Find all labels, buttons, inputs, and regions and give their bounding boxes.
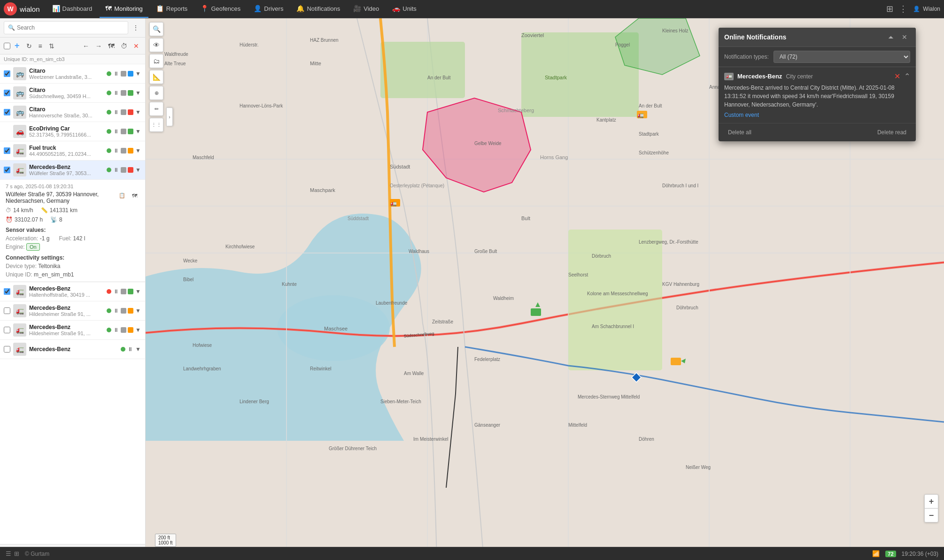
unit-item-selected[interactable]: 🚛 Mercedes-Benz Wülfeler Straße 97, 3053… xyxy=(0,161,145,180)
notification-type-select[interactable]: All (72) xyxy=(774,51,910,63)
custom-event-link[interactable]: Custom event xyxy=(724,112,759,118)
text-button[interactable]: ≡ xyxy=(36,41,45,51)
notifications-icon: 🔔 xyxy=(296,5,304,12)
more-button[interactable]: ▼ xyxy=(135,345,141,353)
pause-button[interactable]: ⏸ xyxy=(113,307,119,315)
unit-checkbox[interactable] xyxy=(4,109,10,115)
svg-text:Laubenfreunde: Laubenfreunde xyxy=(376,300,408,306)
unit-item[interactable]: 🚛 Mercedes-Benz ⏸ ▼ xyxy=(0,340,145,359)
unit-checkbox[interactable] xyxy=(4,288,10,295)
location-tool-button[interactable]: ⊕ xyxy=(149,86,163,100)
grid-icon[interactable]: ⊞ xyxy=(14,550,19,557)
clock-button[interactable]: ⏱ xyxy=(118,41,130,51)
nav-notifications[interactable]: 🔔 Notifications xyxy=(291,0,346,18)
unit-item[interactable]: 🚌 Citaro Weetzener Landstraße, 3... ⏸ ▼ xyxy=(0,64,145,84)
nav-geofences[interactable]: 📍 Geofences xyxy=(195,0,246,18)
unit-item[interactable]: 🚛 Fuel truck 44.4905052185, 21.0234... ⏸… xyxy=(0,141,145,161)
nav-units[interactable]: 🚗 Units xyxy=(387,0,422,18)
more-button[interactable]: ▼ xyxy=(135,70,141,77)
nav-drivers[interactable]: 👤 Drivers xyxy=(248,0,289,18)
sort-button[interactable]: ⇅ xyxy=(46,41,57,51)
zoom-out-button[interactable]: − xyxy=(924,508,938,522)
search-box[interactable]: 🔍 xyxy=(4,21,128,34)
nav-dashboard[interactable]: 📊 Dashboard xyxy=(46,0,98,18)
add-unit-button[interactable]: + xyxy=(12,39,22,52)
dots-tool-button[interactable]: ⋮⋮ xyxy=(149,118,163,132)
notification-expand-button[interactable]: ⌃ xyxy=(904,72,910,81)
search-tool-button[interactable]: 🔍 xyxy=(149,22,163,36)
more-button[interactable]: ▼ xyxy=(135,307,141,315)
svg-text:Maschfeld: Maschfeld xyxy=(193,155,214,160)
delete-read-button[interactable]: Delete read xyxy=(874,127,910,138)
unit-info: Citaro Hannoversche Straße, 30... xyxy=(29,106,104,118)
refresh-button[interactable]: ↻ xyxy=(24,41,34,51)
close-panel-button[interactable]: ✕ xyxy=(131,41,141,51)
unit-checkbox[interactable] xyxy=(4,70,10,77)
ruler-tool-button[interactable]: 📐 xyxy=(149,70,163,84)
notifications-close-button[interactable]: ✕ xyxy=(899,32,910,42)
notifications-collapse-button[interactable]: ⏶ xyxy=(885,32,897,42)
pause-button[interactable]: ⏸ xyxy=(113,288,119,295)
nav-video[interactable]: 🎥 Video xyxy=(348,0,385,18)
unit-item[interactable]: 🚛 Mercedes-Benz Hildesheimer Straße 91, … xyxy=(0,301,145,321)
nav-monitoring[interactable]: 🗺 Monitoring xyxy=(100,0,148,18)
unit-item[interactable]: 🚛 Mercedes-Benz Hildesheimer Straße 91, … xyxy=(0,321,145,340)
more-button[interactable]: ▼ xyxy=(135,326,141,334)
more-button[interactable]: ▼ xyxy=(135,89,141,97)
eye-tool-button[interactable]: 👁 xyxy=(149,38,163,52)
draw-tool-button[interactable]: ✏ xyxy=(149,102,163,116)
layers-tool-button[interactable]: 🗂 xyxy=(149,54,163,68)
svg-rect-14 xyxy=(568,230,662,370)
unit-checkbox[interactable] xyxy=(4,147,10,154)
more-button[interactable]: ▼ xyxy=(135,288,141,295)
status-time: 19:20:36 (+03) xyxy=(902,551,938,557)
pause-button[interactable]: ⏸ xyxy=(113,128,119,135)
more-button[interactable]: ▼ xyxy=(135,128,141,135)
notification-count-badge[interactable]: 72 xyxy=(885,551,896,557)
unit-item[interactable]: 🚌 Citaro Südschnellweg, 30459 H... ⏸ ▼ xyxy=(0,84,145,103)
unit-checkbox[interactable] xyxy=(4,327,10,333)
select-all-checkbox[interactable] xyxy=(4,43,10,49)
svg-rect-80 xyxy=(531,308,541,316)
pause-button[interactable]: ⏸ xyxy=(113,147,119,154)
more-options-button[interactable]: ⋮ xyxy=(130,23,141,33)
map-area[interactable]: Maschsee Stadtpark xyxy=(146,18,944,560)
notification-dismiss-button[interactable]: ✕ xyxy=(894,72,900,81)
unit-item[interactable]: 🚌 Citaro Hannoversche Straße, 30... ⏸ ▼ xyxy=(0,103,145,122)
more-button[interactable]: ▼ xyxy=(135,166,141,174)
sidebar-expand-arrow[interactable]: › xyxy=(166,107,173,126)
pause-button[interactable]: ⏸ xyxy=(113,108,119,116)
pause-button[interactable]: ⏸ xyxy=(113,326,119,334)
network-icon[interactable]: 📶 xyxy=(872,550,880,557)
delete-all-button[interactable]: Delete all xyxy=(724,127,755,138)
pause-button[interactable]: ⏸ xyxy=(113,89,119,97)
svg-text:Kantplatz: Kantplatz xyxy=(596,117,616,123)
unit-checkbox[interactable] xyxy=(4,346,10,353)
unit-item[interactable]: 🚛 Mercedes-Benz Haltenhoffstraße, 30419 … xyxy=(0,282,145,301)
dashboard-icon: 📊 xyxy=(52,5,60,12)
zoom-in-button[interactable]: + xyxy=(924,494,938,508)
forward-button[interactable]: → xyxy=(93,41,104,51)
nav-reports[interactable]: 📋 Reports xyxy=(150,0,193,18)
unit-item[interactable]: 🚗 EcoDriving Car 52.317345, 9.799511666.… xyxy=(0,122,145,141)
copy-address-button[interactable]: 📋 xyxy=(116,191,128,200)
unit-vehicle-icon: 🚛 xyxy=(13,343,26,356)
more-button[interactable]: ▼ xyxy=(135,147,141,154)
unit-checkbox[interactable] xyxy=(4,90,10,96)
back-button[interactable]: ← xyxy=(80,41,92,51)
pause-button[interactable]: ⏸ xyxy=(127,345,133,353)
status-red-indicator xyxy=(128,109,133,115)
map-button[interactable]: 🗺 xyxy=(106,41,117,51)
unit-checkbox[interactable] xyxy=(4,307,10,314)
logo[interactable]: W wialon xyxy=(4,2,40,15)
user-menu[interactable]: 👤 Wialon xyxy=(913,6,940,12)
pause-button[interactable]: ⏸ xyxy=(113,70,119,77)
search-input[interactable] xyxy=(17,24,124,31)
grid-icon[interactable]: ⊞ xyxy=(886,4,893,14)
more-button[interactable]: ▼ xyxy=(135,108,141,116)
unit-checkbox[interactable] xyxy=(4,167,10,173)
open-map-button[interactable]: 🗺 xyxy=(130,191,139,200)
list-icon[interactable]: ☰ xyxy=(6,550,11,557)
pause-button[interactable]: ⏸ xyxy=(113,166,119,174)
more-options-icon[interactable]: ⋮ xyxy=(899,4,907,14)
